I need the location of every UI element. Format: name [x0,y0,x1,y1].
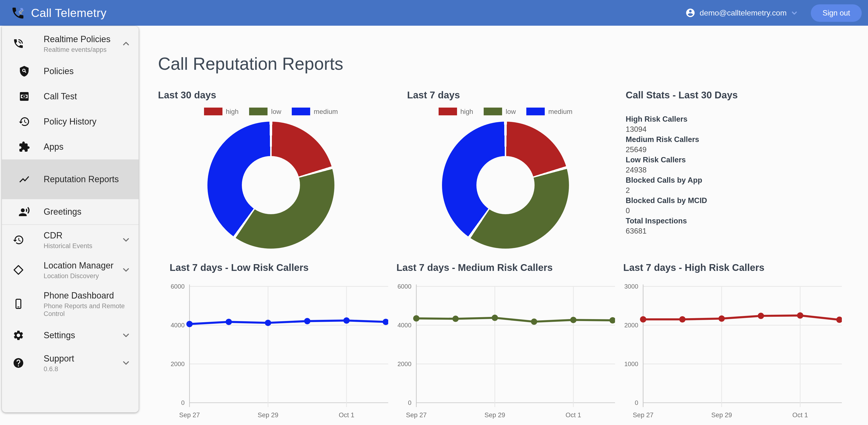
sidebar-item-label: Support [43,353,74,364]
stat-value: 13094 [626,124,839,134]
user-menu-chevron-down-icon[interactable] [790,9,798,17]
legend-item-low: low [484,107,516,115]
sidebar-item-sublabel: Phone Reports and Remote Control [43,302,131,318]
legend-label: medium [548,107,572,115]
stat-label: Blocked Calls by App [626,175,839,185]
sign-out-button[interactable]: Sign out [811,4,862,22]
sidebar-item-policies[interactable]: Policies [2,59,138,84]
sidebar-item-label: CDR [43,230,92,241]
legend-item-medium: medium [527,107,572,115]
legend-item-high: high [439,107,473,115]
app-title: Call Telemetry [31,6,106,20]
screen-eye-icon [19,91,30,102]
stat-value: 0 [626,206,839,216]
sidebar-item-location-manager[interactable]: Location ManagerLocation Discovery [2,255,138,285]
sidebar-item-label: Location Manager [43,260,114,271]
line-chart-line-high-risk: 0100020003000Sep 27Sep 29Oct 1 [614,274,842,425]
donut-hole [476,156,534,214]
sidebar-item-text: Greetings [43,207,82,217]
svg-text:Sep 29: Sep 29 [711,412,732,419]
svg-text:2000: 2000 [397,360,411,368]
call-stats-panel: Call Stats - Last 30 Days High Risk Call… [626,90,839,236]
sidebar-item-text: Support0.6.8 [43,353,74,373]
user-cluster: demo@calltelemetry.com Sign out [685,0,862,26]
sidebar-item-text: Reputation Reports [43,174,119,185]
user-email[interactable]: demo@calltelemetry.com [700,8,786,17]
sidebar-item-text: Realtime PoliciesRealtime events/apps [43,34,111,54]
legend-swatch-medium [527,107,545,115]
legend-item-low: low [249,107,281,115]
legend-swatch-high [204,107,222,115]
puzzle-icon [19,141,30,153]
location-diamond-icon [12,264,24,276]
sidebar-item-sublabel: Historical Events [43,242,92,250]
sidebar-item-realtime-policies[interactable]: Realtime PoliciesRealtime events/apps [2,29,138,59]
legend-label: medium [314,107,338,115]
svg-text:Sep 27: Sep 27 [633,412,654,419]
sidebar-item-label: Policy History [43,116,96,127]
chevron-down-icon [121,358,131,368]
sidebar-item-text: Settings [43,330,75,341]
chevron-down-icon [121,331,131,340]
svg-text:Oct 1: Oct 1 [565,412,581,419]
stat-label: Medium Risk Callers [626,134,839,144]
app-root: Call Telemetry demo@calltelemetry.com Si… [0,0,868,425]
sidebar-item-label: Realtime Policies [43,34,111,44]
chart-title: Last 7 days - Low Risk Callers [169,262,388,273]
chart-legend: highlowmedium [158,107,384,115]
sidebar-item-label: Phone Dashboard [43,290,121,301]
sidebar-item-support[interactable]: Support0.6.8 [2,348,138,378]
phone-telemetry-logo-icon [11,6,25,20]
sidebar-item-label: Call Test [43,91,77,102]
line-chart-block-line-low-risk: Last 7 days - Low Risk Callers0200040006… [160,262,388,425]
sidebar-item-label: Settings [43,330,75,341]
svg-text:2000: 2000 [624,322,638,329]
sidebar-item-settings[interactable]: Settings [2,323,138,348]
svg-text:4000: 4000 [397,322,411,329]
sidebar-item-call-test[interactable]: Call Test [2,84,138,109]
legend-swatch-low [484,107,502,115]
svg-text:1000: 1000 [624,360,638,368]
svg-text:6000: 6000 [170,283,185,290]
svg-text:4000: 4000 [170,322,185,329]
sidebar-item-apps[interactable]: Apps [2,134,138,159]
svg-text:2000: 2000 [170,360,185,368]
chevron-down-icon [121,265,131,275]
svg-text:6000: 6000 [397,283,411,290]
svg-text:Sep 27: Sep 27 [406,412,427,419]
chevron-down-icon [121,235,131,245]
sidebar-item-reputation-reports[interactable]: Reputation Reports [2,159,138,199]
svg-text:Sep 29: Sep 29 [485,412,505,419]
main-content: Call Reputation Reports Last 30 dayshigh… [138,26,868,425]
chart-legend: highlowmedium [393,107,618,115]
top-bar: Call Telemetry demo@calltelemetry.com Si… [0,0,868,26]
legend-item-high: high [204,107,239,115]
sidebar-item-phone-dashboard[interactable]: Phone DashboardPhone Reports and Remote … [2,285,138,323]
svg-text:Oct 1: Oct 1 [793,412,808,419]
stat-value: 24938 [626,165,839,175]
call-stats-title: Call Stats - Last 30 Days [626,90,839,101]
sidebar-item-sublabel: 0.6.8 [43,365,74,373]
trend-line-icon [19,174,30,185]
sidebar-item-text: Phone DashboardPhone Reports and Remote … [43,290,131,318]
sidebar-item-text: CDRHistorical Events [43,230,92,250]
svg-text:0: 0 [635,399,638,406]
stat-label: High Risk Callers [626,114,839,124]
user-avatar-icon [685,8,695,18]
brand: Call Telemetry [0,6,106,20]
chart-title: Last 7 days - High Risk Callers [623,262,842,273]
policy-icon [19,65,30,77]
sidebar-item-greetings[interactable]: Greetings [2,199,138,224]
history-icon [19,116,30,127]
sidebar-item-text: Call Test [43,91,77,102]
svg-text:0: 0 [408,399,411,406]
stat-value: 63681 [626,226,839,236]
sidebar-item-policy-history[interactable]: Policy History [2,109,138,134]
chart-title: Last 7 days [407,90,618,101]
page-title: Call Reputation Reports [158,54,343,74]
svg-text:0: 0 [181,399,185,406]
legend-label: high [226,107,239,115]
donut-hole [242,156,300,214]
sidebar-item-cdr[interactable]: CDRHistorical Events [2,225,138,255]
svg-text:Oct 1: Oct 1 [339,412,354,419]
